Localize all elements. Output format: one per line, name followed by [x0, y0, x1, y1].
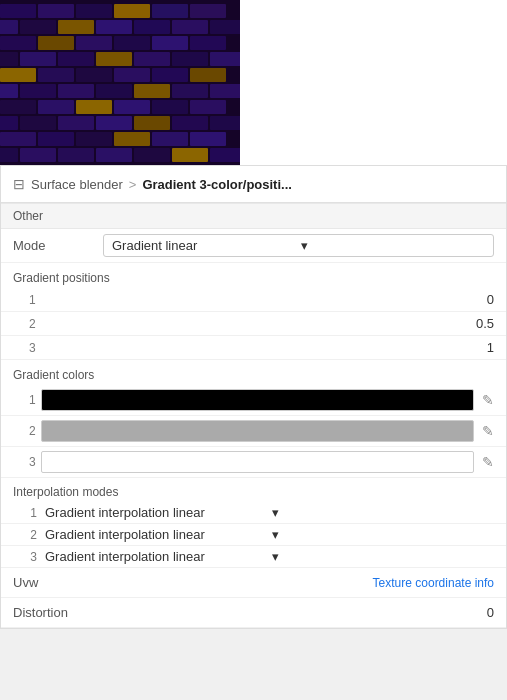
svg-rect-46	[134, 84, 170, 98]
svg-rect-34	[172, 52, 208, 66]
color-edit-icon-3[interactable]: ✎	[482, 454, 494, 470]
color-swatch-1[interactable]	[41, 389, 474, 411]
position-index-3: 3	[13, 341, 33, 355]
svg-rect-68	[0, 148, 18, 162]
svg-rect-10	[0, 4, 36, 18]
svg-rect-38	[76, 68, 112, 82]
position-index-1: 1	[13, 293, 33, 307]
svg-rect-17	[20, 20, 56, 34]
svg-rect-21	[172, 20, 208, 34]
svg-rect-28	[190, 36, 226, 50]
svg-rect-36	[0, 68, 36, 82]
interp-arrow-icon-2: ▾	[272, 527, 495, 542]
svg-rect-56	[20, 116, 56, 130]
svg-rect-49	[0, 100, 36, 114]
color-edit-icon-2[interactable]: ✎	[482, 423, 494, 439]
color-index-2: 2	[13, 424, 33, 438]
interp-select-1[interactable]: Gradient interpolation linear ▾	[45, 505, 494, 520]
breadcrumb-parent[interactable]: Surface blender	[31, 177, 123, 192]
position-value-3: 1	[33, 340, 494, 355]
interp-arrow-icon-1: ▾	[272, 505, 495, 520]
color-index-3: 3	[13, 455, 33, 469]
svg-rect-12	[76, 4, 112, 18]
svg-rect-25	[76, 36, 112, 50]
svg-rect-66	[152, 132, 188, 146]
interp-row-1: 1 Gradient interpolation linear ▾	[1, 502, 506, 524]
svg-rect-27	[152, 36, 188, 50]
interp-select-3[interactable]: Gradient interpolation linear ▾	[45, 549, 494, 564]
svg-rect-18	[58, 20, 94, 34]
svg-rect-57	[58, 116, 94, 130]
gradient-position-row-2: 2 0.5	[1, 312, 506, 336]
svg-rect-31	[58, 52, 94, 66]
distortion-row: Distortion 0	[1, 598, 506, 628]
svg-rect-35	[210, 52, 240, 66]
svg-rect-45	[96, 84, 132, 98]
svg-rect-42	[0, 84, 18, 98]
section-other-header: Other	[1, 203, 506, 229]
color-swatch-3[interactable]	[41, 451, 474, 473]
svg-rect-24	[38, 36, 74, 50]
svg-rect-73	[172, 148, 208, 162]
svg-rect-29	[0, 52, 18, 66]
gradient-positions-label: Gradient positions	[1, 263, 506, 288]
svg-rect-41	[190, 68, 226, 82]
mode-select[interactable]: Gradient linear ▾	[103, 234, 494, 257]
svg-rect-16	[0, 20, 18, 34]
svg-rect-47	[172, 84, 208, 98]
svg-rect-40	[152, 68, 188, 82]
svg-rect-69	[20, 148, 56, 162]
interp-row-2: 2 Gradient interpolation linear ▾	[1, 524, 506, 546]
interp-select-2[interactable]: Gradient interpolation linear ▾	[45, 527, 494, 542]
properties-panel: ⊟ Surface blender > Gradient 3-color/pos…	[0, 165, 507, 629]
gradient-colors-label: Gradient colors	[1, 360, 506, 385]
svg-rect-64	[76, 132, 112, 146]
svg-rect-62	[0, 132, 36, 146]
breadcrumb-current: Gradient 3-color/positi...	[142, 177, 292, 192]
svg-rect-74	[210, 148, 240, 162]
gradient-color-row-3: 3 ✎	[1, 447, 506, 478]
svg-rect-11	[38, 4, 74, 18]
svg-rect-15	[190, 4, 226, 18]
svg-rect-48	[210, 84, 240, 98]
interp-index-3: 3	[13, 550, 37, 564]
svg-rect-30	[20, 52, 56, 66]
svg-rect-39	[114, 68, 150, 82]
mode-row: Mode Gradient linear ▾	[1, 229, 506, 263]
svg-rect-13	[114, 4, 150, 18]
breadcrumb-separator: >	[129, 177, 137, 192]
distortion-value: 0	[487, 605, 494, 620]
texture-coordinate-link[interactable]: Texture coordinate info	[373, 576, 494, 590]
interp-index-1: 1	[13, 506, 37, 520]
color-swatch-2[interactable]	[41, 420, 474, 442]
svg-rect-20	[134, 20, 170, 34]
svg-rect-58	[96, 116, 132, 130]
svg-rect-53	[152, 100, 188, 114]
svg-rect-33	[134, 52, 170, 66]
svg-rect-63	[38, 132, 74, 146]
svg-rect-67	[190, 132, 226, 146]
color-index-1: 1	[13, 393, 33, 407]
mode-arrow-icon: ▾	[301, 238, 486, 253]
node-icon: ⊟	[13, 176, 25, 192]
mode-value: Gradient linear	[112, 238, 297, 253]
interpolation-modes-label: Interpolation modes	[1, 478, 506, 502]
uvw-label: Uvw	[13, 575, 373, 590]
position-value-2: 0.5	[33, 316, 494, 331]
svg-rect-52	[114, 100, 150, 114]
svg-rect-61	[210, 116, 240, 130]
color-edit-icon-1[interactable]: ✎	[482, 392, 494, 408]
svg-rect-37	[38, 68, 74, 82]
texture-canvas	[0, 0, 240, 165]
position-value-1: 0	[33, 292, 494, 307]
svg-rect-54	[190, 100, 226, 114]
svg-rect-23	[0, 36, 36, 50]
svg-rect-44	[58, 84, 94, 98]
mode-label: Mode	[13, 238, 103, 253]
svg-rect-71	[96, 148, 132, 162]
svg-rect-60	[172, 116, 208, 130]
position-index-2: 2	[13, 317, 33, 331]
texture-preview	[0, 0, 240, 165]
svg-rect-51	[76, 100, 112, 114]
svg-rect-26	[114, 36, 150, 50]
